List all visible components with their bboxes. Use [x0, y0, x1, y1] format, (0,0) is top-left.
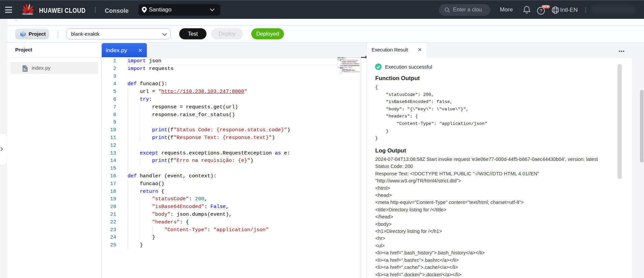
- svg-text:?: ?: [540, 8, 542, 13]
